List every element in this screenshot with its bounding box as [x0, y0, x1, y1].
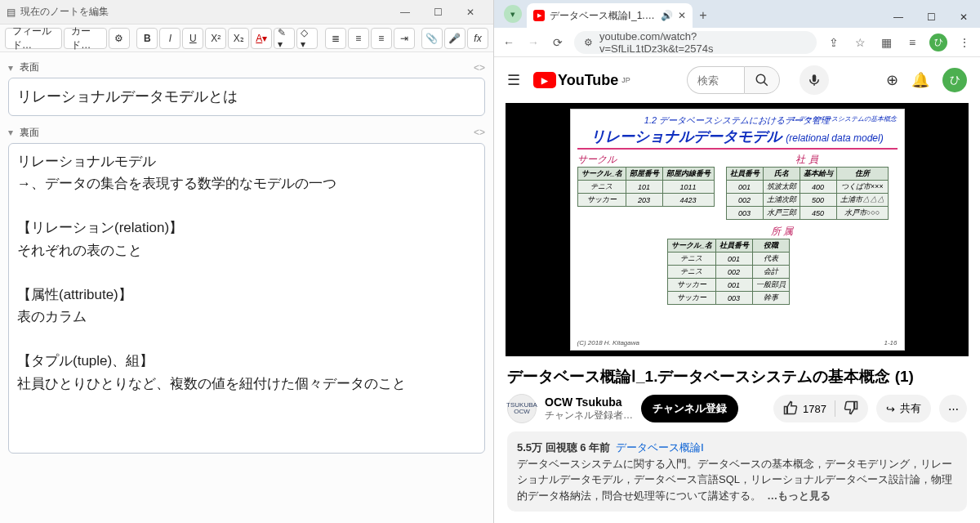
youtube-logo[interactable]: ▶ YouTube JP — [533, 72, 630, 89]
chrome-minimize-button[interactable]: — — [882, 11, 915, 23]
video-player[interactable]: 1. データベースシステムの基本概念 1.2 データベースシステムにおけるデータ… — [506, 103, 969, 356]
tab-close-button[interactable]: ✕ — [678, 10, 686, 21]
description-hashtag[interactable]: データベース概論Ⅰ — [616, 441, 704, 454]
highlight-button[interactable]: ✎ ▾ — [274, 28, 295, 49]
anki-window-title: 現在のノートを編集 — [20, 5, 109, 19]
affil-table-label: 所 属 — [667, 225, 898, 239]
anki-titlebar: ▤ 現在のノートを編集 — ☐ ✕ — [0, 0, 493, 25]
italic-button[interactable]: I — [159, 28, 180, 49]
chrome-maximize-button[interactable]: ☐ — [915, 11, 947, 23]
like-button[interactable] — [783, 400, 798, 418]
svg-line-1 — [764, 82, 768, 86]
slide-copyright: (C) 2018 H. Kitagawa — [577, 339, 639, 346]
youtube-page: ☰ ▶ YouTube JP ⊕ 🔔 ひ 1. データベ — [494, 57, 980, 523]
channel-avatar[interactable]: TSUKUBAOCW — [507, 394, 537, 423]
chrome-close-button[interactable]: ✕ — [947, 11, 980, 23]
back-button[interactable]: ← — [501, 36, 517, 49]
svg-rect-2 — [813, 74, 817, 82]
extension-icon[interactable]: ▦ — [877, 36, 895, 49]
youtube-logo-text: YouTube — [558, 72, 618, 89]
forward-button[interactable]: → — [525, 36, 541, 49]
circle-table-label: サークル — [577, 153, 715, 167]
superscript-button[interactable]: X² — [205, 28, 226, 49]
slide-chapter: 1. データベースシステムの基本概念 — [792, 114, 898, 123]
html-toggle-icon[interactable]: <> — [474, 127, 485, 138]
eraser-button[interactable]: ◇ ▾ — [296, 28, 318, 49]
underline-button[interactable]: U — [182, 28, 203, 49]
chrome-toolbar: ← → ⟳ ⚙ youtube.com/watch?v=SfLiL1tDz3k&… — [494, 28, 980, 57]
align-button[interactable]: ≡ — [371, 28, 392, 49]
close-button[interactable]: ✕ — [454, 7, 487, 18]
subscriber-label: チャンネル登録者… — [545, 409, 633, 422]
share-icon[interactable]: ⇪ — [825, 36, 843, 49]
youtube-search — [687, 66, 780, 94]
mic-icon — [807, 73, 822, 87]
reading-list-icon[interactable]: ≡ — [903, 36, 921, 49]
equation-button[interactable]: fx — [467, 28, 488, 49]
tab-audio-icon[interactable]: 🔊 — [661, 10, 673, 21]
indent-button[interactable]: ⇥ — [394, 28, 415, 49]
slide-page-number: 1-16 — [884, 339, 897, 346]
hamburger-icon[interactable]: ☰ — [507, 71, 520, 89]
search-icon — [755, 73, 769, 87]
youtube-favicon: ▶ — [533, 10, 545, 21]
channel-name: OCW Tsukuba — [545, 396, 633, 409]
chrome-menu-button[interactable]: ⋮ — [956, 36, 973, 49]
share-label: 共有 — [900, 401, 921, 416]
thumbs-down-icon — [844, 400, 858, 415]
cards-button[interactable]: カード… — [64, 28, 107, 49]
thumbs-up-icon — [783, 400, 798, 415]
show-more-button[interactable]: …もっと見る — [767, 489, 831, 502]
description-box[interactable]: 5.5万 回視聴 6 年前 データベース概論Ⅰ データベースシステムに関する入門… — [507, 431, 967, 512]
bookmark-icon[interactable]: ☆ — [851, 36, 869, 49]
maximize-button[interactable]: ☐ — [421, 7, 454, 18]
like-count: 1787 — [803, 403, 826, 415]
browser-tab[interactable]: ▶ データベース概論Ⅰ_1.データベー 🔊 ✕ — [527, 3, 693, 28]
chrome-window: ▾ ▶ データベース概論Ⅰ_1.データベー 🔊 ✕ + — ☐ ✕ ← → ⟳ … — [494, 0, 980, 523]
url-text: youtube.com/watch?v=SfLiL1tDz3k&t=2574s — [599, 30, 807, 55]
back-label: 裏面 — [20, 126, 39, 140]
video-frame-slide: 1. データベースシステムの基本概念 1.2 データベースシステムにおけるデータ… — [570, 109, 905, 351]
options-button[interactable]: ⚙ — [109, 28, 130, 49]
employee-table: 社員番号氏名基本給与住所001筑波太郎400つくば市×××002土浦次郎500土… — [726, 167, 889, 220]
view-stats: 5.5万 回視聴 6 年前 — [517, 441, 610, 454]
more-actions-button[interactable]: ⋯ — [939, 395, 967, 422]
address-bar[interactable]: ⚙ youtube.com/watch?v=SfLiL1tDz3k&t=2574… — [574, 31, 817, 54]
front-field[interactable]: リレーショナルデータモデルとは — [8, 78, 485, 116]
text-color-button[interactable]: A ▾ — [251, 28, 272, 49]
front-field-header[interactable]: ▾ 表面 <> — [8, 57, 485, 78]
chevron-down-icon: ▾ — [8, 62, 20, 74]
anki-toolbar: フィールド… カード… ⚙ B I U X² X₂ A ▾ ✎ ▾ ◇ ▾ ≣ … — [0, 25, 493, 52]
search-input[interactable] — [687, 66, 744, 94]
anki-editor: ▤ 現在のノートを編集 — ☐ ✕ フィールド… カード… ⚙ B I U X²… — [0, 0, 494, 523]
minimize-button[interactable]: — — [389, 7, 421, 18]
reload-button[interactable]: ⟳ — [550, 36, 566, 49]
back-field[interactable]: リレーショナルモデル→、データの集合を表現する数学的なモデルの一つ【リレーション… — [8, 143, 485, 454]
record-button[interactable]: 🎤 — [444, 28, 466, 49]
create-button[interactable]: ⊕ — [886, 71, 898, 89]
new-tab-button[interactable]: + — [693, 8, 714, 23]
fields-button[interactable]: フィールド… — [5, 28, 62, 49]
bold-button[interactable]: B — [136, 28, 158, 49]
notifications-button[interactable]: 🔔 — [911, 71, 929, 89]
share-icon: ↪ — [886, 403, 895, 415]
like-dislike-pill: 1787 — [773, 395, 868, 422]
back-field-header[interactable]: ▾ 裏面 <> — [8, 123, 485, 143]
voice-search-button[interactable] — [800, 65, 829, 95]
dislike-button[interactable] — [844, 400, 858, 418]
subscribe-button[interactable]: チャンネル登録 — [641, 395, 738, 422]
ul-button[interactable]: ≣ — [325, 28, 346, 49]
html-toggle-icon[interactable]: <> — [474, 62, 485, 74]
channel-info[interactable]: OCW Tsukuba チャンネル登録者… — [545, 396, 633, 422]
attach-button[interactable]: 📎 — [421, 28, 443, 49]
share-button[interactable]: ↪ 共有 — [876, 395, 931, 422]
site-info-icon[interactable]: ⚙ — [584, 37, 593, 48]
chrome-profile-avatar[interactable]: ひ — [929, 34, 947, 51]
ol-button[interactable]: ≡ — [348, 28, 369, 49]
youtube-region: JP — [621, 76, 630, 84]
search-button[interactable] — [744, 66, 780, 94]
tab-search-button[interactable]: ▾ — [504, 5, 522, 23]
subscript-button[interactable]: X₂ — [228, 28, 249, 49]
youtube-avatar[interactable]: ひ — [942, 68, 967, 92]
front-label: 表面 — [20, 60, 39, 74]
